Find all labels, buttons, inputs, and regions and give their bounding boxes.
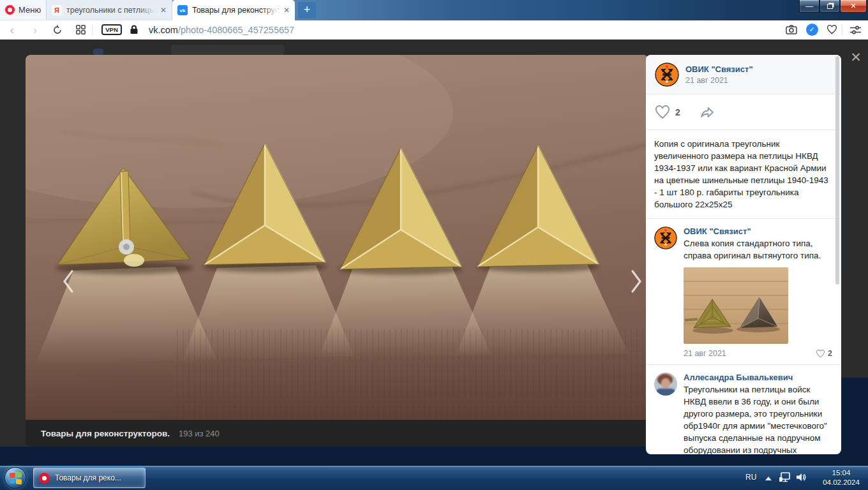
window-minimize-button[interactable]: —	[799, 0, 819, 13]
maximize-icon	[827, 4, 833, 9]
menu-label: Меню	[19, 5, 41, 15]
post-header: ОВИК "Связист" 21 авг 2021	[646, 55, 841, 94]
shield-check-icon[interactable]: ✓	[802, 24, 821, 36]
yandex-favicon: Я	[52, 5, 62, 15]
volume-icon[interactable]	[795, 471, 807, 483]
windows-flag-icon	[10, 473, 15, 479]
sliders-icon[interactable]	[842, 26, 868, 34]
panel-scrollbar[interactable]	[835, 56, 839, 285]
vpn-badge[interactable]: VPN	[98, 24, 126, 35]
divider	[92, 25, 93, 35]
comment: ОВИК "Связист" Слева копия стандартного …	[646, 219, 841, 365]
close-viewer-button[interactable]: ✕	[848, 50, 864, 66]
comment-text: Треугольники на петлицы войск НКВД ввели…	[684, 383, 832, 454]
photo-caption-bar: Товары для реконструкторов. 193 из 240	[26, 420, 648, 447]
windows-flag-icon	[16, 472, 22, 478]
search-icon[interactable]	[781, 3, 797, 18]
photo-triangle-insignia[interactable]	[26, 55, 648, 420]
heart-icon[interactable]	[821, 25, 842, 34]
window-close-button[interactable]: ✕	[840, 0, 867, 13]
hidden-icons-arrow[interactable]	[765, 477, 772, 480]
close-tab-icon[interactable]: ✕	[283, 6, 290, 15]
opera-logo-icon	[5, 5, 15, 15]
address-bar: ‹ › VPN vk.com/photo-4080665_457255657 ✓	[0, 20, 868, 40]
comment-author-link[interactable]: ОВИК "Связист"	[684, 226, 832, 236]
forward-icon[interactable]: ›	[24, 24, 46, 36]
post-actions: 2	[646, 94, 841, 130]
network-icon[interactable]	[779, 471, 791, 484]
url-path: /photo-4080665_457255657	[178, 25, 294, 35]
start-button[interactable]	[4, 467, 26, 489]
url-host: vk.com	[149, 25, 178, 35]
close-tab-icon[interactable]: ✕	[160, 6, 167, 15]
comment-attached-image[interactable]	[684, 267, 788, 344]
dimmed-shape	[93, 48, 103, 55]
language-indicator[interactable]: RU	[745, 473, 756, 482]
next-photo-button[interactable]	[627, 267, 646, 296]
comment-author-link[interactable]: Аллесандра Бывалькевич	[684, 373, 832, 382]
windows-flag-icon	[10, 479, 15, 484]
photo-counter: 193 из 240	[179, 429, 220, 438]
taskbar-app-label: Товары для реко...	[55, 473, 121, 482]
vk-favicon: vk	[177, 5, 188, 15]
lock-icon[interactable]	[126, 25, 142, 34]
window-maximize-button[interactable]	[819, 0, 840, 13]
comment-text: Слева копия стандартного типа, справа ор…	[684, 237, 832, 262]
reload-icon[interactable]	[46, 25, 69, 35]
like-heart-icon[interactable]	[655, 105, 670, 119]
comment: Аллесандра Бывалькевич Треугольники на п…	[646, 365, 841, 454]
dimmed-shape	[171, 45, 285, 55]
opera-logo-icon	[39, 473, 50, 484]
comment-author-avatar[interactable]	[654, 226, 677, 249]
taskbar-app-button-opera[interactable]: Товары для реко...	[33, 468, 146, 488]
group-avatar[interactable]	[655, 63, 679, 87]
post-author-link[interactable]: ОВИК "Связист"	[685, 64, 753, 74]
tab-vk-active[interactable]: vk Товары для реконструктор ✕	[172, 0, 295, 20]
post-text: Копия с оригинала треугольник увеличенно…	[646, 130, 841, 219]
tab-title-fade	[138, 3, 155, 18]
tray-time: 15:04	[817, 468, 865, 478]
comment-like-count: 2	[828, 349, 832, 358]
speed-dial-icon[interactable]	[69, 25, 92, 34]
windows-flag-icon	[16, 479, 22, 485]
post-like-count: 2	[675, 107, 680, 117]
opera-menu-button[interactable]: Меню	[0, 0, 46, 20]
album-title[interactable]: Товары для реконструкторов.	[41, 429, 170, 438]
heart-icon	[816, 350, 825, 358]
page-background	[841, 378, 868, 448]
comment-like[interactable]: 2	[816, 349, 832, 358]
vk-photo-panel: ОВИК "Связист" 21 авг 2021 2 Копия с ори…	[646, 55, 841, 454]
comment-author-avatar[interactable]	[654, 373, 677, 396]
post-date[interactable]: 21 авг 2021	[685, 76, 753, 85]
tray-date: 04.02.2024	[817, 478, 865, 487]
photo-viewer: Товары для реконструкторов. 193 из 240	[26, 55, 648, 447]
share-icon[interactable]	[700, 106, 715, 119]
new-tab-button[interactable]: +	[298, 2, 316, 19]
back-icon[interactable]: ‹	[0, 24, 24, 36]
comment-date[interactable]: 21 авг 2021	[684, 349, 726, 358]
prev-photo-button[interactable]	[59, 267, 78, 296]
taskbar-clock[interactable]: 15:04 04.02.2024	[817, 468, 865, 487]
tab-yandex-search[interactable]: Я треугольники с петлицы н ✕	[46, 0, 172, 20]
browser-window: Меню Я треугольники с петлицы н ✕ vk Тов…	[0, 0, 868, 490]
tab-title-fade	[262, 3, 278, 18]
url-text[interactable]: vk.com/photo-4080665_457255657	[149, 25, 294, 35]
camera-icon[interactable]	[781, 25, 802, 34]
